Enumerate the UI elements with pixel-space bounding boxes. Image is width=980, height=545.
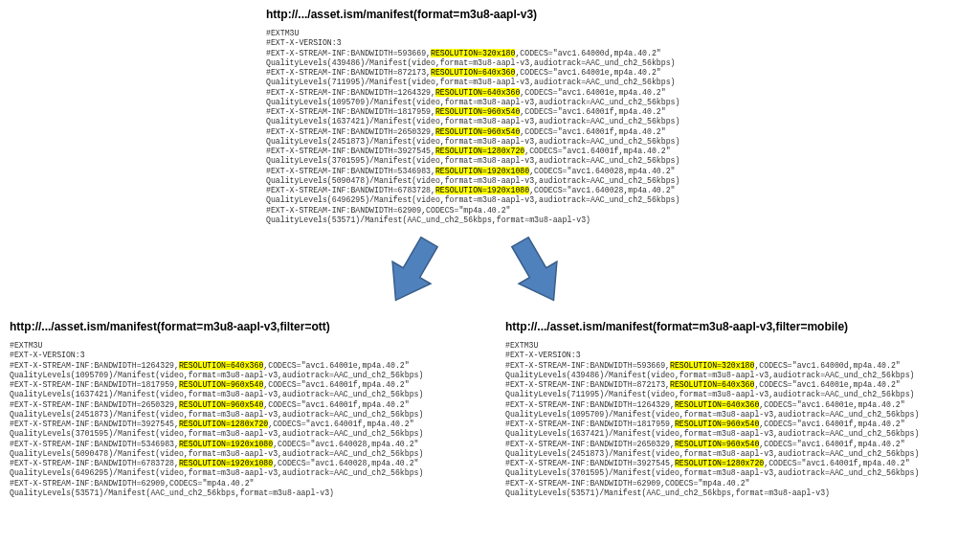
manifest-line: #EXT-X-VERSION:3	[266, 38, 859, 48]
manifest-line: QualityLevels(2451873)/Manifest(video,fo…	[505, 449, 980, 459]
resolution-highlight: RESOLUTION=960x540	[179, 400, 263, 409]
manifest-url-ott: http://.../asset.ism/manifest(format=m3u…	[10, 320, 488, 333]
manifest-line: QualityLevels(711995)/Manifest(video,for…	[266, 78, 859, 87]
manifest-line: QualityLevels(53571)/Manifest(AAC_und_ch…	[266, 216, 859, 225]
manifest-line: QualityLevels(439486)/Manifest(video,for…	[505, 371, 980, 380]
resolution-highlight: RESOLUTION=1920x1080	[179, 459, 273, 467]
manifest-line: #EXT-X-STREAM-INF:BANDWIDTH=593669,RESOL…	[505, 361, 980, 371]
resolution-highlight: RESOLUTION=640x360	[670, 380, 754, 389]
manifest-line: #EXT-X-STREAM-INF:BANDWIDTH=1264329,RESO…	[505, 400, 980, 410]
manifest-line: #EXT-X-STREAM-INF:BANDWIDTH=62909,CODECS…	[505, 479, 980, 488]
manifest-line: #EXT-X-STREAM-INF:BANDWIDTH=1817959,RESO…	[10, 380, 488, 390]
manifest-line: #EXT-X-STREAM-INF:BANDWIDTH=62909,CODECS…	[10, 479, 488, 488]
manifest-line: #EXT-X-STREAM-INF:BANDWIDTH=1817959,RESO…	[266, 107, 859, 117]
manifest-body-original: #EXTM3U#EXT-X-VERSION:3#EXT-X-STREAM-INF…	[266, 29, 859, 225]
manifest-body-mobile: #EXTM3U#EXT-X-VERSION:3#EXT-X-STREAM-INF…	[505, 341, 980, 498]
manifest-url-original: http://.../asset.ism/manifest(format=m3u…	[266, 8, 859, 21]
manifest-line: QualityLevels(5090478)/Manifest(video,fo…	[10, 449, 488, 459]
manifest-line: QualityLevels(5090478)/Manifest(video,fo…	[266, 176, 859, 186]
resolution-highlight: RESOLUTION=640x360	[675, 400, 759, 409]
manifest-line: #EXT-X-STREAM-INF:BANDWIDTH=6783728,RESO…	[266, 186, 859, 195]
resolution-highlight: RESOLUTION=320x180	[670, 361, 754, 370]
manifest-line: #EXT-X-STREAM-INF:BANDWIDTH=5346983,RESO…	[10, 440, 488, 449]
arrows-container	[379, 233, 570, 311]
svg-marker-0	[379, 233, 446, 309]
manifest-line: QualityLevels(1095709)/Manifest(video,fo…	[505, 410, 980, 420]
manifest-line: #EXT-X-STREAM-INF:BANDWIDTH=5346983,RESO…	[266, 167, 859, 176]
manifest-line: #EXT-X-STREAM-INF:BANDWIDTH=1264329,RESO…	[266, 88, 859, 98]
manifest-line: QualityLevels(1095709)/Manifest(video,fo…	[10, 371, 488, 380]
manifest-block-mobile: http://.../asset.ism/manifest(format=m3u…	[505, 320, 980, 498]
manifest-line: #EXTM3U	[505, 341, 980, 351]
manifest-line: QualityLevels(2451873)/Manifest(video,fo…	[10, 410, 488, 420]
manifest-block-ott: http://.../asset.ism/manifest(format=m3u…	[10, 320, 488, 498]
manifest-line: QualityLevels(2451873)/Manifest(video,fo…	[266, 137, 859, 147]
manifest-line: QualityLevels(3701595)/Manifest(video,fo…	[505, 468, 980, 478]
manifest-line: QualityLevels(1095709)/Manifest(video,fo…	[266, 98, 859, 107]
resolution-highlight: RESOLUTION=1920x1080	[179, 440, 273, 448]
manifest-line: #EXT-X-STREAM-INF:BANDWIDTH=1817959,RESO…	[505, 420, 980, 429]
manifest-line: #EXT-X-STREAM-INF:BANDWIDTH=2650329,RESO…	[266, 127, 859, 137]
manifest-line: #EXTM3U	[266, 29, 859, 38]
manifest-line: QualityLevels(711995)/Manifest(video,for…	[505, 390, 980, 399]
manifest-line: #EXT-X-VERSION:3	[10, 351, 488, 360]
manifest-line: QualityLevels(3701595)/Manifest(video,fo…	[10, 429, 488, 439]
resolution-highlight: RESOLUTION=1920x1080	[435, 167, 529, 175]
manifest-line: QualityLevels(1637421)/Manifest(video,fo…	[505, 429, 980, 439]
manifest-line: #EXT-X-VERSION:3	[505, 351, 980, 360]
manifest-line: #EXT-X-STREAM-INF:BANDWIDTH=2650329,RESO…	[10, 400, 488, 410]
resolution-highlight: RESOLUTION=1280x720	[179, 420, 268, 428]
resolution-highlight: RESOLUTION=640x360	[435, 88, 520, 97]
manifest-block-original: http://.../asset.ism/manifest(format=m3u…	[266, 8, 859, 225]
resolution-highlight: RESOLUTION=640x360	[431, 68, 515, 77]
manifest-url-mobile: http://.../asset.ism/manifest(format=m3u…	[505, 320, 980, 333]
resolution-highlight: RESOLUTION=1280x720	[435, 147, 524, 155]
resolution-highlight: RESOLUTION=320x180	[431, 49, 515, 57]
manifest-line: QualityLevels(53571)/Manifest(AAC_und_ch…	[505, 488, 980, 498]
svg-marker-1	[503, 233, 570, 309]
manifest-line: #EXT-X-STREAM-INF:BANDWIDTH=593669,RESOL…	[266, 49, 859, 58]
manifest-line: #EXTM3U	[10, 341, 488, 351]
resolution-highlight: RESOLUTION=960x540	[675, 420, 759, 428]
manifest-line: QualityLevels(439486)/Manifest(video,for…	[266, 58, 859, 68]
arrow-left-icon	[379, 233, 446, 309]
manifest-line: QualityLevels(6496295)/Manifest(video,fo…	[10, 468, 488, 478]
manifest-line: QualityLevels(6496295)/Manifest(video,fo…	[266, 195, 859, 205]
manifest-line: #EXT-X-STREAM-INF:BANDWIDTH=62909,CODECS…	[266, 206, 859, 216]
resolution-highlight: RESOLUTION=960x540	[675, 440, 759, 448]
manifest-body-ott: #EXTM3U#EXT-X-VERSION:3#EXT-X-STREAM-INF…	[10, 341, 488, 498]
resolution-highlight: RESOLUTION=960x540	[435, 127, 520, 136]
manifest-line: #EXT-X-STREAM-INF:BANDWIDTH=3927545,RESO…	[266, 147, 859, 156]
manifest-line: #EXT-X-STREAM-INF:BANDWIDTH=6783728,RESO…	[10, 459, 488, 468]
arrow-right-icon	[503, 233, 570, 309]
manifest-line: #EXT-X-STREAM-INF:BANDWIDTH=3927545,RESO…	[505, 459, 980, 468]
manifest-line: #EXT-X-STREAM-INF:BANDWIDTH=1264329,RESO…	[10, 361, 488, 371]
resolution-highlight: RESOLUTION=1920x1080	[435, 186, 529, 194]
manifest-line: #EXT-X-STREAM-INF:BANDWIDTH=2650329,RESO…	[505, 440, 980, 449]
manifest-line: #EXT-X-STREAM-INF:BANDWIDTH=3927545,RESO…	[10, 420, 488, 429]
resolution-highlight: RESOLUTION=1280x720	[675, 459, 764, 467]
manifest-line: #EXT-X-STREAM-INF:BANDWIDTH=872173,RESOL…	[505, 380, 980, 390]
resolution-highlight: RESOLUTION=960x540	[179, 380, 263, 389]
manifest-line: QualityLevels(1637421)/Manifest(video,fo…	[10, 390, 488, 399]
manifest-line: QualityLevels(3701595)/Manifest(video,fo…	[266, 156, 859, 166]
manifest-line: #EXT-X-STREAM-INF:BANDWIDTH=872173,RESOL…	[266, 68, 859, 78]
resolution-highlight: RESOLUTION=960x540	[435, 107, 520, 116]
manifest-line: QualityLevels(1637421)/Manifest(video,fo…	[266, 117, 859, 126]
resolution-highlight: RESOLUTION=640x360	[179, 361, 263, 370]
manifest-line: QualityLevels(53571)/Manifest(AAC_und_ch…	[10, 488, 488, 498]
